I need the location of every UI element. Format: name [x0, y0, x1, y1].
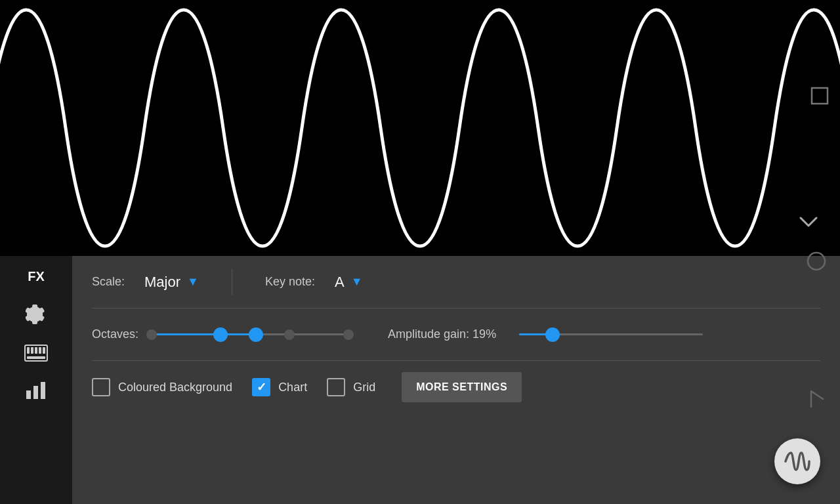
- scale-row: Scale: Major ▼ Key note: A ▼: [92, 256, 820, 308]
- amplitude-label: Amplitude gain: 19%: [388, 327, 496, 341]
- chart-box: [252, 378, 270, 396]
- scale-dropdown[interactable]: Major ▼: [144, 274, 199, 291]
- square-icon[interactable]: [809, 85, 830, 109]
- octaves-row: Octaves: Amplitude gain: 19%: [92, 308, 820, 361]
- fx-label: FX: [28, 269, 45, 284]
- scale-value: Major: [144, 274, 180, 291]
- svg-rect-4: [27, 347, 30, 354]
- svg-rect-10: [26, 390, 31, 399]
- amplitude-slider[interactable]: [519, 328, 703, 341]
- octaves-slider[interactable]: [152, 328, 348, 341]
- grid-label: Grid: [353, 381, 375, 394]
- svg-rect-11: [33, 386, 38, 399]
- octaves-label: Octaves:: [92, 327, 138, 341]
- svg-rect-1: [812, 88, 828, 104]
- keynote-arrow-icon: ▼: [351, 275, 363, 289]
- sidebar: FX: [0, 256, 72, 504]
- coloured-background-checkbox[interactable]: Coloured Background: [92, 378, 232, 396]
- back-icon[interactable]: [806, 387, 827, 413]
- chevron-down-icon[interactable]: [797, 210, 820, 238]
- chart-label: Chart: [278, 381, 307, 394]
- svg-rect-7: [39, 347, 41, 354]
- sidebar-item-fx[interactable]: FX: [28, 269, 45, 284]
- sidebar-item-keyboard[interactable]: [24, 345, 48, 362]
- waveform-display: [0, 0, 840, 256]
- keynote-label: Key note:: [265, 275, 315, 289]
- separator: [232, 269, 232, 295]
- grid-checkbox[interactable]: Grid: [327, 378, 375, 396]
- svg-point-2: [808, 253, 825, 270]
- grid-box: [327, 378, 345, 396]
- keynote-dropdown[interactable]: A ▼: [335, 274, 363, 291]
- fab-waveform-button[interactable]: [774, 438, 820, 484]
- coloured-background-label: Coloured Background: [118, 381, 232, 394]
- circle-icon[interactable]: [805, 249, 828, 276]
- sidebar-item-settings[interactable]: [26, 304, 47, 325]
- chart-checkbox[interactable]: Chart: [252, 378, 307, 396]
- checkboxes-row: Coloured Background Chart Grid MORE SETT…: [92, 361, 820, 413]
- svg-rect-8: [43, 347, 45, 354]
- more-settings-button[interactable]: MORE SETTINGS: [402, 372, 522, 402]
- right-controls: [809, 85, 830, 109]
- svg-rect-6: [35, 347, 37, 354]
- sidebar-item-barchart[interactable]: [26, 381, 47, 400]
- svg-rect-9: [27, 356, 45, 359]
- keynote-value: A: [335, 274, 345, 291]
- scale-label: Scale:: [92, 275, 125, 289]
- scale-arrow-icon: ▼: [187, 275, 199, 289]
- coloured-background-box: [92, 378, 110, 396]
- svg-rect-5: [31, 347, 33, 354]
- svg-rect-12: [41, 382, 45, 399]
- control-panel: Scale: Major ▼ Key note: A ▼ Octaves:: [72, 256, 840, 504]
